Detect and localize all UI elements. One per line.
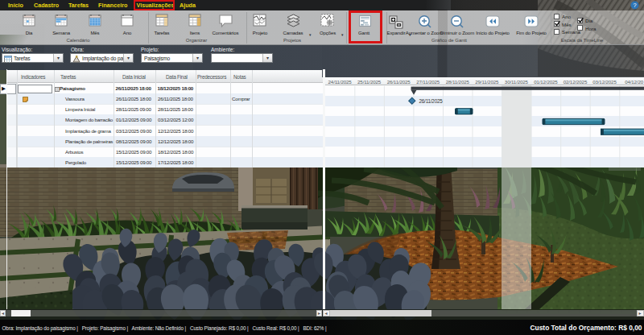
svg-text:?: ? [633, 2, 636, 9]
